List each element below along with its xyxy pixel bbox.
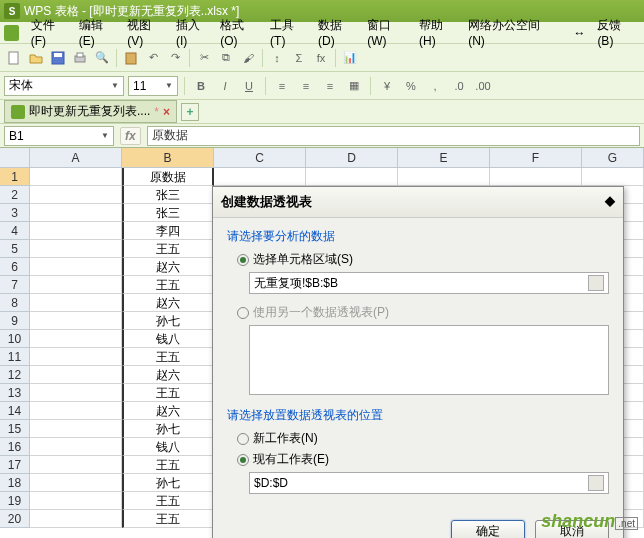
cell-B12[interactable]: 赵六 (122, 366, 214, 384)
cell-B15[interactable]: 孙七 (122, 420, 214, 438)
cell-B4[interactable]: 李四 (122, 222, 214, 240)
cell-B3[interactable]: 张三 (122, 204, 214, 222)
menu-feedback[interactable]: 反馈(B) (591, 17, 640, 48)
location-input[interactable]: $D:$D (249, 472, 609, 494)
font-size-select[interactable]: 11▼ (128, 76, 178, 96)
row-header-5[interactable]: 5 (0, 240, 30, 258)
cell-C1[interactable] (214, 168, 306, 186)
range-picker-icon[interactable] (588, 275, 604, 291)
cell-B10[interactable]: 钱八 (122, 330, 214, 348)
menu-tools[interactable]: 工具(T) (264, 17, 312, 48)
row-header-8[interactable]: 8 (0, 294, 30, 312)
menu-insert[interactable]: 插入(I) (170, 17, 214, 48)
column-header-D[interactable]: D (306, 148, 398, 168)
cell-A11[interactable] (30, 348, 122, 366)
cancel-button[interactable]: 取消 (535, 520, 609, 538)
cell-A3[interactable] (30, 204, 122, 222)
close-tab-button[interactable]: × (163, 105, 170, 119)
cell-B6[interactable]: 赵六 (122, 258, 214, 276)
row-header-1[interactable]: 1 (0, 168, 30, 186)
row-header-19[interactable]: 19 (0, 492, 30, 510)
decrease-decimal-button[interactable]: .00 (473, 76, 493, 96)
cell-A7[interactable] (30, 276, 122, 294)
menu-netoffice[interactable]: 网络办公空间(N) (462, 17, 555, 48)
radio-existing-sheet[interactable]: 现有工作表(E) (237, 451, 609, 468)
cell-B8[interactable]: 赵六 (122, 294, 214, 312)
cell-E1[interactable] (398, 168, 490, 186)
cell-B13[interactable]: 王五 (122, 384, 214, 402)
cell-A10[interactable] (30, 330, 122, 348)
column-header-G[interactable]: G (582, 148, 644, 168)
cell-A13[interactable] (30, 384, 122, 402)
range-input[interactable]: 无重复项!$B:$B (249, 272, 609, 294)
merge-button[interactable]: ▦ (344, 76, 364, 96)
cell-B2[interactable]: 张三 (122, 186, 214, 204)
sum-button[interactable]: Σ (289, 48, 309, 68)
function-button[interactable]: fx (311, 48, 331, 68)
comma-button[interactable]: , (425, 76, 445, 96)
cell-B16[interactable]: 钱八 (122, 438, 214, 456)
column-header-F[interactable]: F (490, 148, 582, 168)
cell-B17[interactable]: 王五 (122, 456, 214, 474)
row-header-14[interactable]: 14 (0, 402, 30, 420)
dialog-titlebar[interactable]: 创建数据透视表 ◆ (213, 187, 623, 218)
row-header-20[interactable]: 20 (0, 510, 30, 528)
cell-B20[interactable]: 王五 (122, 510, 214, 528)
align-right-button[interactable]: ≡ (320, 76, 340, 96)
cell-B1[interactable]: 原数据 (122, 168, 214, 186)
align-left-button[interactable]: ≡ (272, 76, 292, 96)
add-tab-button[interactable]: + (181, 103, 199, 121)
undo-button[interactable]: ↶ (143, 48, 163, 68)
menu-data[interactable]: 数据(D) (312, 17, 361, 48)
row-header-11[interactable]: 11 (0, 348, 30, 366)
row-header-10[interactable]: 10 (0, 330, 30, 348)
cell-A19[interactable] (30, 492, 122, 510)
cell-B19[interactable]: 王五 (122, 492, 214, 510)
radio-new-sheet[interactable]: 新工作表(N) (237, 430, 609, 447)
menu-help[interactable]: 帮助(H) (413, 17, 462, 48)
menu-window[interactable]: 窗口(W) (361, 17, 413, 48)
range-picker-icon[interactable] (588, 475, 604, 491)
chart-button[interactable]: 📊 (340, 48, 360, 68)
bold-button[interactable]: B (191, 76, 211, 96)
row-header-18[interactable]: 18 (0, 474, 30, 492)
cell-B7[interactable]: 王五 (122, 276, 214, 294)
cell-F1[interactable] (490, 168, 582, 186)
row-header-16[interactable]: 16 (0, 438, 30, 456)
row-header-4[interactable]: 4 (0, 222, 30, 240)
currency-button[interactable]: ¥ (377, 76, 397, 96)
menu-file[interactable]: 文件(F) (25, 17, 73, 48)
cell-D1[interactable] (306, 168, 398, 186)
cell-A9[interactable] (30, 312, 122, 330)
switch-icon[interactable]: ↔ (567, 26, 591, 40)
underline-button[interactable]: U (239, 76, 259, 96)
print-preview-button[interactable]: 🔍 (92, 48, 112, 68)
row-header-7[interactable]: 7 (0, 276, 30, 294)
cell-A4[interactable] (30, 222, 122, 240)
fx-button[interactable]: fx (120, 127, 141, 145)
increase-decimal-button[interactable]: .0 (449, 76, 469, 96)
ok-button[interactable]: 确定 (451, 520, 525, 538)
row-header-6[interactable]: 6 (0, 258, 30, 276)
cell-B14[interactable]: 赵六 (122, 402, 214, 420)
cell-A5[interactable] (30, 240, 122, 258)
formula-bar[interactable]: 原数据 (147, 126, 640, 146)
row-header-2[interactable]: 2 (0, 186, 30, 204)
menu-format[interactable]: 格式(O) (214, 17, 264, 48)
wps-menu-icon[interactable] (4, 25, 19, 41)
row-header-17[interactable]: 17 (0, 456, 30, 474)
column-header-B[interactable]: B (122, 148, 214, 168)
cell-A18[interactable] (30, 474, 122, 492)
cell-A2[interactable] (30, 186, 122, 204)
cell-A14[interactable] (30, 402, 122, 420)
percent-button[interactable]: % (401, 76, 421, 96)
document-tab[interactable]: 即时更新无重复列表.... * × (4, 100, 177, 123)
save-button[interactable] (48, 48, 68, 68)
cell-A12[interactable] (30, 366, 122, 384)
column-header-E[interactable]: E (398, 148, 490, 168)
cell-A15[interactable] (30, 420, 122, 438)
row-header-9[interactable]: 9 (0, 312, 30, 330)
paste-button[interactable] (121, 48, 141, 68)
cell-A6[interactable] (30, 258, 122, 276)
cell-G1[interactable] (582, 168, 644, 186)
